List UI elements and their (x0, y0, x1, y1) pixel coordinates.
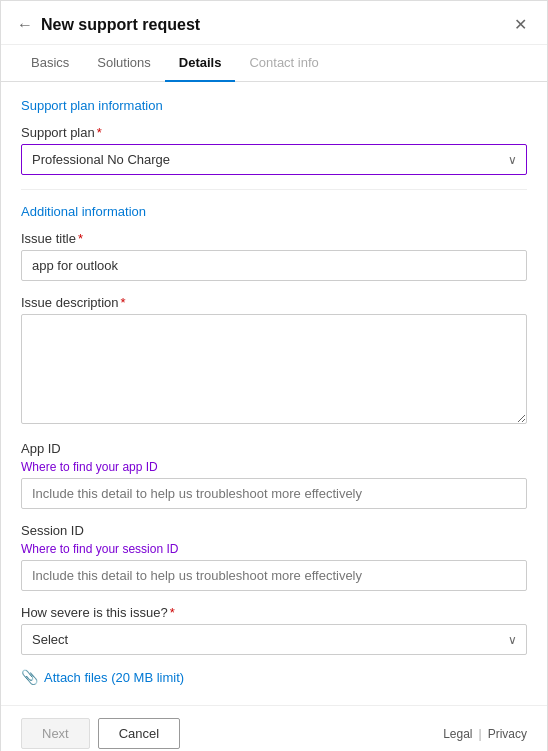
back-icon[interactable]: ← (17, 16, 33, 34)
privacy-link[interactable]: Privacy (488, 727, 527, 741)
app-id-group: App ID Where to find your app ID (21, 441, 527, 509)
issue-title-input[interactable] (21, 250, 527, 281)
support-plan-section-title: Support plan information (21, 98, 527, 113)
tab-basics[interactable]: Basics (17, 45, 83, 82)
session-id-input[interactable] (21, 560, 527, 591)
support-plan-select-wrapper: Professional No Charge Basic Standard Pr… (21, 144, 527, 175)
issue-description-label: Issue description* (21, 295, 527, 310)
tab-contact-info: Contact info (235, 45, 332, 82)
severity-group: How severe is this issue?* Select Critic… (21, 605, 527, 655)
app-id-input[interactable] (21, 478, 527, 509)
page-title: New support request (41, 16, 200, 34)
footer-separator: | (479, 727, 482, 741)
support-plan-label: Support plan* (21, 125, 527, 140)
issue-description-input[interactable] (21, 314, 527, 424)
paperclip-icon: 📎 (21, 669, 38, 685)
severity-select-wrapper: Select Critical High Moderate Low ∨ (21, 624, 527, 655)
severity-label: How severe is this issue?* (21, 605, 527, 620)
tab-details[interactable]: Details (165, 45, 236, 82)
app-id-label: App ID (21, 441, 527, 456)
issue-title-label: Issue title* (21, 231, 527, 246)
severity-select[interactable]: Select Critical High Moderate Low (21, 624, 527, 655)
title-bar-left: ← New support request (17, 16, 200, 34)
tab-solutions[interactable]: Solutions (83, 45, 164, 82)
cancel-button[interactable]: Cancel (98, 718, 180, 749)
legal-link[interactable]: Legal (443, 727, 472, 741)
session-id-label: Session ID (21, 523, 527, 538)
session-id-group: Session ID Where to find your session ID (21, 523, 527, 591)
tab-bar: Basics Solutions Details Contact info (1, 45, 547, 82)
title-bar: ← New support request ✕ (1, 1, 547, 45)
issue-title-group: Issue title* (21, 231, 527, 281)
app-id-link[interactable]: Where to find your app ID (21, 460, 527, 474)
next-button[interactable]: Next (21, 718, 90, 749)
support-plan-section: Support plan information Support plan* P… (21, 98, 527, 175)
footer-links: Legal | Privacy (443, 727, 527, 741)
session-id-link[interactable]: Where to find your session ID (21, 542, 527, 556)
close-button[interactable]: ✕ (510, 13, 531, 36)
content-area: Support plan information Support plan* P… (1, 82, 547, 705)
issue-description-group: Issue description* (21, 295, 527, 427)
footer-actions: Next Cancel (21, 718, 180, 749)
additional-info-section-title: Additional information (21, 204, 527, 219)
footer: Next Cancel Legal | Privacy (1, 705, 547, 751)
attach-files-link[interactable]: Attach files (20 MB limit) (44, 670, 184, 685)
support-request-window: ← New support request ✕ Basics Solutions… (0, 0, 548, 751)
section-divider (21, 189, 527, 190)
support-plan-select[interactable]: Professional No Charge Basic Standard Pr… (21, 144, 527, 175)
attach-files-row: 📎 Attach files (20 MB limit) (21, 669, 527, 685)
